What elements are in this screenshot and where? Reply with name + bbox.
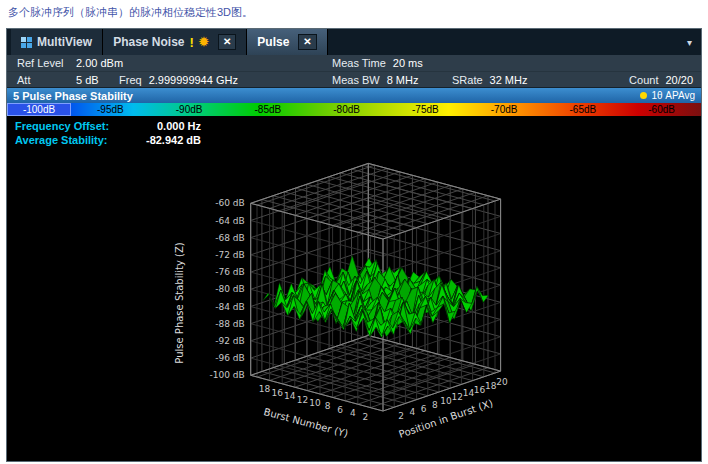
x-tick-label: 20 [496,377,508,387]
z-tick-label: -92 dB [215,336,244,346]
window-title: 5 Pulse Phase Stability [13,90,133,102]
color-scale-bar[interactable]: -100dB -95dB-90dB-85dB-80dB-75dB-70dB-65… [7,103,701,116]
colorbar-label: -85dB [229,103,308,116]
y-tick-label: 2 [363,412,369,422]
trace-color-dot-icon [640,92,647,99]
measurement-header: Ref Level2.00 dBm Meas Time20 ms Att5 dB… [7,55,701,88]
analyzer-window: MultiView Phase Noise ! ✹ ✕ Pulse ✕ ▾ Re… [6,28,702,462]
colorbar-labels: -95dB-90dB-85dB-80dB-75dB-70dB-65dB-60dB [71,103,701,116]
colorbar-label: -70dB [465,103,544,116]
x-tick-label: 8 [432,400,438,410]
measurement-star-icon: ✹ [199,35,209,49]
y-tick-label: 6 [337,405,343,415]
ref-level-field: Ref Level2.00 dBm [17,55,123,71]
y-tick-label: 14 [284,391,296,401]
y-tick-label: 8 [325,401,331,411]
colorbar-label: -90dB [150,103,229,116]
header-row-1: Ref Level2.00 dBm Meas Time20 ms [7,55,701,71]
x-tick-label: 14 [463,388,475,398]
y-tick-label: 10 [309,398,321,408]
trace-info: 1θ APAvg [640,90,695,101]
z-tick-label: -68 dB [215,233,244,243]
y-tick-label: 12 [297,395,308,405]
z-tick-label: -88 dB [215,319,244,329]
trace-info-label: 1θ APAvg [651,90,695,101]
close-pulse-button[interactable]: ✕ [298,34,316,50]
frequency-offset-row: Frequency Offset:0.000 Hz [15,119,201,133]
tab-phase-noise-label: Phase Noise [113,35,184,49]
average-stability-row: Average Stability:-82.942 dB [15,133,201,147]
freq-field: Freq2.999999944 GHz [119,72,238,88]
z-tick-label: -100 dB [210,370,245,380]
warning-exclamation-icon: ! [190,35,194,50]
tab-bar: MultiView Phase Noise ! ✹ ✕ Pulse ✕ ▾ [7,29,701,55]
z-tick-label: -80 dB [215,284,244,294]
frequency-offset-label: Frequency Offset: [15,119,129,133]
colorbar-label: -80dB [307,103,386,116]
x-tick-label: 18 [485,381,497,391]
colorbar-label: -60dB [622,103,701,116]
x-tick-label: 6 [421,404,427,414]
x-tick-label: 16 [474,385,486,395]
x-tick-label: 10 [440,396,452,406]
y-tick-label: 16 [271,388,283,398]
tab-multiview[interactable]: MultiView [11,29,103,55]
meas-time-field: Meas Time20 ms [332,55,423,71]
z-tick-label: -64 dB [215,216,244,226]
srate-field: SRate32 MHz [452,72,527,88]
tab-phase-noise[interactable]: Phase Noise ! ✹ ✕ [103,29,247,55]
3d-surface-plot: -60 dB-64 dB-68 dB-72 dB-76 dB-80 dB-84 … [7,116,701,462]
x-tick-label: 2 [398,411,404,421]
figure-caption: 多个脉冲序列（脉冲串）的脉冲相位稳定性3D图。 [0,0,708,20]
plot-area: Frequency Offset:0.000 Hz Average Stabil… [7,116,701,462]
z-tick-label: -76 dB [215,267,244,277]
close-phase-noise-button[interactable]: ✕ [218,34,236,50]
result-readout: Frequency Offset:0.000 Hz Average Stabil… [15,119,201,147]
colorbar-label: -95dB [71,103,150,116]
tab-multiview-label: MultiView [37,35,92,49]
att-field: Att5 dB [17,72,99,88]
z-tick-label: -60 dB [215,198,244,208]
z-tick-label: -72 dB [215,250,244,260]
tab-pulse[interactable]: Pulse ✕ [247,29,327,55]
tab-overflow-dropdown[interactable]: ▾ [678,29,701,55]
chevron-down-icon: ▾ [687,37,692,48]
y-tick-label: 18 [259,384,271,394]
x-tick-label: 4 [410,407,416,417]
z-axis-title: Pulse Phase Stability (Z) [174,242,185,363]
y-tick-label: 4 [350,408,356,418]
count-field: Count20/20 [629,72,693,88]
z-tick-label: -84 dB [215,302,244,312]
multiview-grid-icon [21,37,32,48]
average-stability-label: Average Stability: [15,133,129,147]
colorbar-selected-value[interactable]: -100dB [7,103,71,116]
colorbar-label: -75dB [386,103,465,116]
x-tick-label: 12 [451,392,462,402]
header-row-2: Att5 dB Freq2.999999944 GHz Meas BW8 MHz… [7,71,701,88]
colorbar-label: -65dB [544,103,623,116]
tab-pulse-label: Pulse [257,35,289,49]
window-title-bar: 5 Pulse Phase Stability 1θ APAvg [7,88,701,103]
frequency-offset-value: 0.000 Hz [129,119,201,133]
average-stability-value: -82.942 dB [129,133,201,147]
meas-bw-field: Meas BW8 MHz [332,72,418,88]
z-tick-label: -96 dB [215,353,244,363]
